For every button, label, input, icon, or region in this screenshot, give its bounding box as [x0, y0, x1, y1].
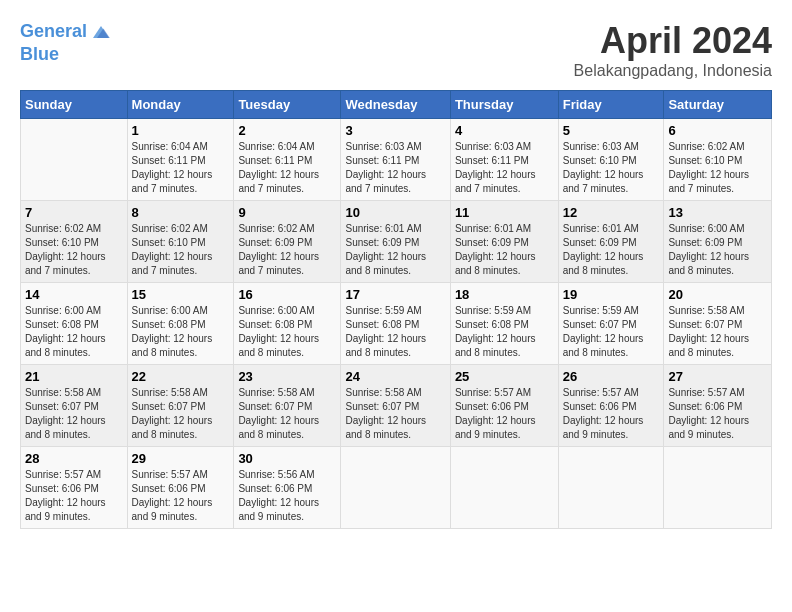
calendar-cell: 2Sunrise: 6:04 AM Sunset: 6:11 PM Daylig… — [234, 119, 341, 201]
calendar-week-row: 28Sunrise: 5:57 AM Sunset: 6:06 PM Dayli… — [21, 447, 772, 529]
day-number: 4 — [455, 123, 554, 138]
calendar-cell: 1Sunrise: 6:04 AM Sunset: 6:11 PM Daylig… — [127, 119, 234, 201]
calendar-cell: 14Sunrise: 6:00 AM Sunset: 6:08 PM Dayli… — [21, 283, 128, 365]
calendar-cell: 28Sunrise: 5:57 AM Sunset: 6:06 PM Dayli… — [21, 447, 128, 529]
day-number: 27 — [668, 369, 767, 384]
calendar-week-row: 21Sunrise: 5:58 AM Sunset: 6:07 PM Dayli… — [21, 365, 772, 447]
day-number: 18 — [455, 287, 554, 302]
calendar-cell: 29Sunrise: 5:57 AM Sunset: 6:06 PM Dayli… — [127, 447, 234, 529]
day-info: Sunrise: 6:02 AM Sunset: 6:10 PM Dayligh… — [25, 222, 123, 278]
logo-text: General — [20, 21, 87, 43]
calendar-cell: 30Sunrise: 5:56 AM Sunset: 6:06 PM Dayli… — [234, 447, 341, 529]
day-number: 23 — [238, 369, 336, 384]
calendar-cell: 23Sunrise: 5:58 AM Sunset: 6:07 PM Dayli… — [234, 365, 341, 447]
day-info: Sunrise: 5:57 AM Sunset: 6:06 PM Dayligh… — [668, 386, 767, 442]
weekday-header: Saturday — [664, 91, 772, 119]
calendar-cell: 19Sunrise: 5:59 AM Sunset: 6:07 PM Dayli… — [558, 283, 664, 365]
calendar-cell — [450, 447, 558, 529]
calendar-cell: 27Sunrise: 5:57 AM Sunset: 6:06 PM Dayli… — [664, 365, 772, 447]
day-number: 13 — [668, 205, 767, 220]
calendar-cell: 6Sunrise: 6:02 AM Sunset: 6:10 PM Daylig… — [664, 119, 772, 201]
day-info: Sunrise: 5:57 AM Sunset: 6:06 PM Dayligh… — [25, 468, 123, 524]
calendar-cell — [341, 447, 450, 529]
calendar-cell: 8Sunrise: 6:02 AM Sunset: 6:10 PM Daylig… — [127, 201, 234, 283]
calendar-cell: 18Sunrise: 5:59 AM Sunset: 6:08 PM Dayli… — [450, 283, 558, 365]
day-number: 8 — [132, 205, 230, 220]
day-info: Sunrise: 5:57 AM Sunset: 6:06 PM Dayligh… — [563, 386, 660, 442]
day-info: Sunrise: 5:59 AM Sunset: 6:08 PM Dayligh… — [345, 304, 445, 360]
day-number: 30 — [238, 451, 336, 466]
day-number: 29 — [132, 451, 230, 466]
day-info: Sunrise: 6:03 AM Sunset: 6:11 PM Dayligh… — [345, 140, 445, 196]
day-number: 1 — [132, 123, 230, 138]
day-info: Sunrise: 5:58 AM Sunset: 6:07 PM Dayligh… — [25, 386, 123, 442]
day-info: Sunrise: 6:03 AM Sunset: 6:10 PM Dayligh… — [563, 140, 660, 196]
day-number: 25 — [455, 369, 554, 384]
calendar-cell: 12Sunrise: 6:01 AM Sunset: 6:09 PM Dayli… — [558, 201, 664, 283]
logo-blue-text: Blue — [20, 44, 113, 66]
title-block: April 2024 Belakangpadang, Indonesia — [574, 20, 772, 80]
logo-icon — [89, 20, 113, 44]
weekday-header: Wednesday — [341, 91, 450, 119]
day-info: Sunrise: 5:58 AM Sunset: 6:07 PM Dayligh… — [668, 304, 767, 360]
logo: General Blue — [20, 20, 113, 66]
day-number: 7 — [25, 205, 123, 220]
day-number: 14 — [25, 287, 123, 302]
calendar-cell: 3Sunrise: 6:03 AM Sunset: 6:11 PM Daylig… — [341, 119, 450, 201]
calendar-cell: 20Sunrise: 5:58 AM Sunset: 6:07 PM Dayli… — [664, 283, 772, 365]
day-info: Sunrise: 6:04 AM Sunset: 6:11 PM Dayligh… — [132, 140, 230, 196]
weekday-header: Sunday — [21, 91, 128, 119]
day-number: 22 — [132, 369, 230, 384]
day-info: Sunrise: 6:00 AM Sunset: 6:08 PM Dayligh… — [132, 304, 230, 360]
day-info: Sunrise: 5:56 AM Sunset: 6:06 PM Dayligh… — [238, 468, 336, 524]
day-number: 16 — [238, 287, 336, 302]
weekday-header: Monday — [127, 91, 234, 119]
day-info: Sunrise: 6:03 AM Sunset: 6:11 PM Dayligh… — [455, 140, 554, 196]
weekday-header: Thursday — [450, 91, 558, 119]
month-year: April 2024 — [574, 20, 772, 62]
calendar-cell: 15Sunrise: 6:00 AM Sunset: 6:08 PM Dayli… — [127, 283, 234, 365]
day-number: 21 — [25, 369, 123, 384]
day-info: Sunrise: 5:57 AM Sunset: 6:06 PM Dayligh… — [455, 386, 554, 442]
day-number: 24 — [345, 369, 445, 384]
calendar-cell: 11Sunrise: 6:01 AM Sunset: 6:09 PM Dayli… — [450, 201, 558, 283]
calendar-cell: 4Sunrise: 6:03 AM Sunset: 6:11 PM Daylig… — [450, 119, 558, 201]
day-info: Sunrise: 6:00 AM Sunset: 6:08 PM Dayligh… — [238, 304, 336, 360]
day-info: Sunrise: 5:59 AM Sunset: 6:07 PM Dayligh… — [563, 304, 660, 360]
day-number: 15 — [132, 287, 230, 302]
day-number: 3 — [345, 123, 445, 138]
calendar-week-row: 7Sunrise: 6:02 AM Sunset: 6:10 PM Daylig… — [21, 201, 772, 283]
day-number: 9 — [238, 205, 336, 220]
day-info: Sunrise: 6:04 AM Sunset: 6:11 PM Dayligh… — [238, 140, 336, 196]
calendar-cell — [664, 447, 772, 529]
calendar-cell: 9Sunrise: 6:02 AM Sunset: 6:09 PM Daylig… — [234, 201, 341, 283]
day-number: 2 — [238, 123, 336, 138]
day-number: 20 — [668, 287, 767, 302]
weekday-header: Friday — [558, 91, 664, 119]
calendar-cell: 13Sunrise: 6:00 AM Sunset: 6:09 PM Dayli… — [664, 201, 772, 283]
day-info: Sunrise: 6:01 AM Sunset: 6:09 PM Dayligh… — [455, 222, 554, 278]
calendar-week-row: 1Sunrise: 6:04 AM Sunset: 6:11 PM Daylig… — [21, 119, 772, 201]
day-info: Sunrise: 6:00 AM Sunset: 6:08 PM Dayligh… — [25, 304, 123, 360]
calendar-cell — [21, 119, 128, 201]
day-info: Sunrise: 5:57 AM Sunset: 6:06 PM Dayligh… — [132, 468, 230, 524]
day-info: Sunrise: 6:02 AM Sunset: 6:09 PM Dayligh… — [238, 222, 336, 278]
calendar-cell: 17Sunrise: 5:59 AM Sunset: 6:08 PM Dayli… — [341, 283, 450, 365]
day-info: Sunrise: 5:58 AM Sunset: 6:07 PM Dayligh… — [345, 386, 445, 442]
day-number: 6 — [668, 123, 767, 138]
day-info: Sunrise: 6:00 AM Sunset: 6:09 PM Dayligh… — [668, 222, 767, 278]
calendar-body: 1Sunrise: 6:04 AM Sunset: 6:11 PM Daylig… — [21, 119, 772, 529]
calendar-week-row: 14Sunrise: 6:00 AM Sunset: 6:08 PM Dayli… — [21, 283, 772, 365]
day-number: 11 — [455, 205, 554, 220]
day-number: 19 — [563, 287, 660, 302]
calendar-cell: 10Sunrise: 6:01 AM Sunset: 6:09 PM Dayli… — [341, 201, 450, 283]
day-number: 5 — [563, 123, 660, 138]
calendar-header-row: SundayMondayTuesdayWednesdayThursdayFrid… — [21, 91, 772, 119]
page-header: General Blue April 2024 Belakangpadang, … — [20, 20, 772, 80]
calendar-cell: 5Sunrise: 6:03 AM Sunset: 6:10 PM Daylig… — [558, 119, 664, 201]
calendar-cell: 7Sunrise: 6:02 AM Sunset: 6:10 PM Daylig… — [21, 201, 128, 283]
day-info: Sunrise: 5:58 AM Sunset: 6:07 PM Dayligh… — [132, 386, 230, 442]
calendar-cell — [558, 447, 664, 529]
calendar-cell: 21Sunrise: 5:58 AM Sunset: 6:07 PM Dayli… — [21, 365, 128, 447]
location: Belakangpadang, Indonesia — [574, 62, 772, 80]
